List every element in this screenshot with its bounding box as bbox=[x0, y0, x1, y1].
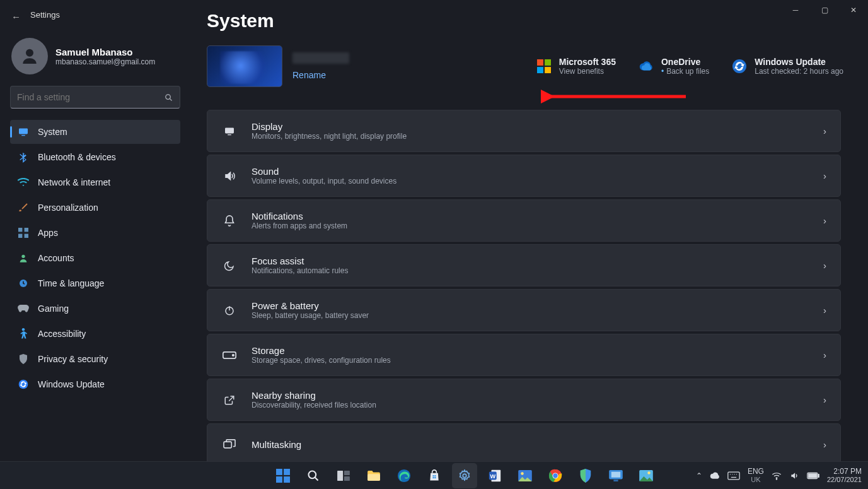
svg-rect-15 bbox=[537, 67, 543, 73]
card-subtitle: Alerts from apps and system bbox=[252, 221, 347, 230]
clock-time[interactable]: 2:07 PM bbox=[827, 468, 862, 476]
wifi-tray-icon[interactable] bbox=[772, 471, 782, 480]
status-onedrive[interactable]: OneDrive •Back up files bbox=[639, 57, 709, 76]
card-subtitle: Discoverability, received files location bbox=[252, 401, 376, 409]
chevron-right-icon: › bbox=[823, 350, 826, 360]
status-sub: View benefits bbox=[559, 67, 616, 76]
svg-rect-7 bbox=[18, 234, 22, 238]
sidebar-item-label: Apps bbox=[38, 228, 58, 238]
sidebar-item-accounts[interactable]: Accounts bbox=[10, 246, 180, 270]
svg-rect-13 bbox=[537, 59, 543, 66]
svg-rect-29 bbox=[284, 476, 290, 483]
svg-point-17 bbox=[732, 59, 746, 73]
setting-card-storage[interactable]: Storage Storage space, drives, configura… bbox=[207, 334, 841, 376]
taskbar-store-button[interactable] bbox=[422, 463, 447, 488]
card-title: Display bbox=[252, 121, 407, 132]
taskbar-settings-button[interactable] bbox=[452, 463, 477, 488]
setting-card-display[interactable]: Display Monitors, brightness, night ligh… bbox=[207, 110, 841, 152]
status-m365[interactable]: Microsoft 365 View benefits bbox=[536, 57, 616, 76]
sidebar-item-windowsupdate[interactable]: Windows Update bbox=[10, 372, 180, 396]
person-icon bbox=[18, 328, 29, 339]
battery-tray-icon[interactable] bbox=[807, 472, 819, 480]
taskbar-security-button[interactable] bbox=[573, 463, 598, 488]
keyboard-tray-icon[interactable] bbox=[727, 471, 740, 480]
svg-point-9 bbox=[21, 255, 25, 258]
taskbar-start-button[interactable] bbox=[270, 463, 296, 488]
svg-rect-14 bbox=[545, 59, 551, 66]
app-name: Settings bbox=[30, 10, 60, 20]
taskbar-search-button[interactable] bbox=[301, 463, 326, 488]
avatar bbox=[11, 38, 48, 74]
onedrive-tray-icon[interactable] bbox=[710, 472, 720, 480]
chevron-right-icon: › bbox=[823, 439, 826, 450]
setting-card-notifications[interactable]: Notifications Alerts from apps and syste… bbox=[207, 199, 841, 242]
back-button[interactable]: ← bbox=[11, 11, 21, 22]
svg-line-2 bbox=[170, 98, 171, 100]
sidebar-item-privacy[interactable]: Privacy & security bbox=[10, 347, 180, 371]
clock-icon bbox=[18, 278, 29, 288]
taskbar: W ⌃ ENG UK 2:07 PM 22/07/2021 bbox=[0, 461, 868, 489]
rename-link[interactable]: Rename bbox=[292, 70, 349, 80]
svg-point-0 bbox=[26, 49, 33, 57]
card-subtitle: Monitors, brightness, night light, displ… bbox=[252, 132, 407, 141]
taskbar-photos-button[interactable] bbox=[512, 463, 538, 488]
search-icon bbox=[164, 93, 173, 102]
apps-icon bbox=[18, 228, 29, 238]
search-input[interactable] bbox=[17, 92, 164, 102]
setting-card-multitask[interactable]: Multitasking › bbox=[207, 423, 841, 466]
tray-expand-icon[interactable]: ⌃ bbox=[696, 471, 702, 480]
status-title: Microsoft 365 bbox=[559, 57, 616, 67]
sync-icon bbox=[732, 59, 747, 74]
taskbar-edge-button[interactable] bbox=[391, 463, 417, 488]
language-indicator-top[interactable]: ENG bbox=[748, 468, 764, 476]
svg-line-31 bbox=[315, 477, 318, 480]
taskbar-gallery-button[interactable] bbox=[634, 463, 659, 488]
sidebar-item-system[interactable]: System bbox=[10, 120, 180, 144]
sidebar-item-accessibility[interactable]: Accessibility bbox=[10, 322, 180, 346]
setting-card-sound[interactable]: Sound Volume levels, output, input, soun… bbox=[207, 155, 841, 197]
sidebar-item-personalization[interactable]: Personalization bbox=[10, 196, 180, 220]
chevron-right-icon: › bbox=[823, 170, 826, 181]
setting-card-focus[interactable]: Focus assist Notifications, automatic ru… bbox=[207, 244, 841, 286]
svg-point-30 bbox=[309, 471, 316, 478]
sound-icon bbox=[221, 170, 238, 182]
sidebar-item-label: Network & internet bbox=[38, 177, 110, 187]
sidebar-item-time[interactable]: Time & language bbox=[10, 271, 180, 295]
clock-date: 22/07/2021 bbox=[827, 476, 862, 483]
svg-rect-5 bbox=[18, 228, 22, 232]
status-wu[interactable]: Windows Update Last checked: 2 hours ago bbox=[732, 57, 843, 76]
setting-card-nearby[interactable]: Nearby sharing Discoverability, received… bbox=[207, 379, 841, 421]
svg-rect-40 bbox=[435, 477, 436, 478]
taskbar-quickassist-button[interactable] bbox=[603, 463, 628, 488]
pc-wallpaper-thumbnail bbox=[207, 45, 282, 87]
power-icon bbox=[221, 305, 238, 316]
sidebar-item-label: Accounts bbox=[38, 253, 74, 263]
sidebar-item-label: Personalization bbox=[38, 203, 98, 213]
svg-rect-28 bbox=[276, 476, 282, 483]
taskbar-explorer-button[interactable] bbox=[361, 463, 386, 488]
system-tray[interactable]: ⌃ ENG UK 2:07 PM 22/07/2021 bbox=[696, 468, 868, 483]
taskbar-word-button[interactable]: W bbox=[482, 463, 507, 488]
setting-card-power[interactable]: Power & battery Sleep, battery usage, ba… bbox=[207, 289, 841, 331]
taskbar-chrome-button[interactable] bbox=[543, 463, 568, 488]
sync-icon bbox=[18, 379, 29, 389]
taskbar-taskview-button[interactable] bbox=[331, 463, 356, 488]
status-title: OneDrive bbox=[661, 57, 709, 67]
svg-rect-35 bbox=[367, 474, 380, 481]
svg-rect-52 bbox=[611, 471, 620, 477]
svg-rect-26 bbox=[276, 469, 282, 475]
sidebar-item-apps[interactable]: Apps bbox=[10, 221, 180, 245]
status-title: Windows Update bbox=[755, 57, 843, 67]
status-sub: Last checked: 2 hours ago bbox=[755, 67, 843, 76]
volume-tray-icon[interactable] bbox=[789, 471, 799, 480]
svg-rect-16 bbox=[545, 67, 551, 73]
search-box[interactable] bbox=[10, 86, 180, 109]
sidebar-item-bluetooth[interactable]: Bluetooth & devices bbox=[10, 145, 180, 169]
card-title: Nearby sharing bbox=[252, 390, 376, 401]
display-icon bbox=[18, 127, 29, 136]
sidebar-item-gaming[interactable]: Gaming bbox=[10, 297, 180, 321]
bluetooth-icon bbox=[18, 151, 29, 163]
sidebar-item-network[interactable]: Network & internet bbox=[10, 170, 180, 194]
account-info[interactable]: Samuel Mbanaso mbanaso.samuel@gmail.com bbox=[11, 38, 189, 74]
sidebar: Samuel Mbanaso mbanaso.samuel@gmail.com … bbox=[0, 32, 189, 398]
